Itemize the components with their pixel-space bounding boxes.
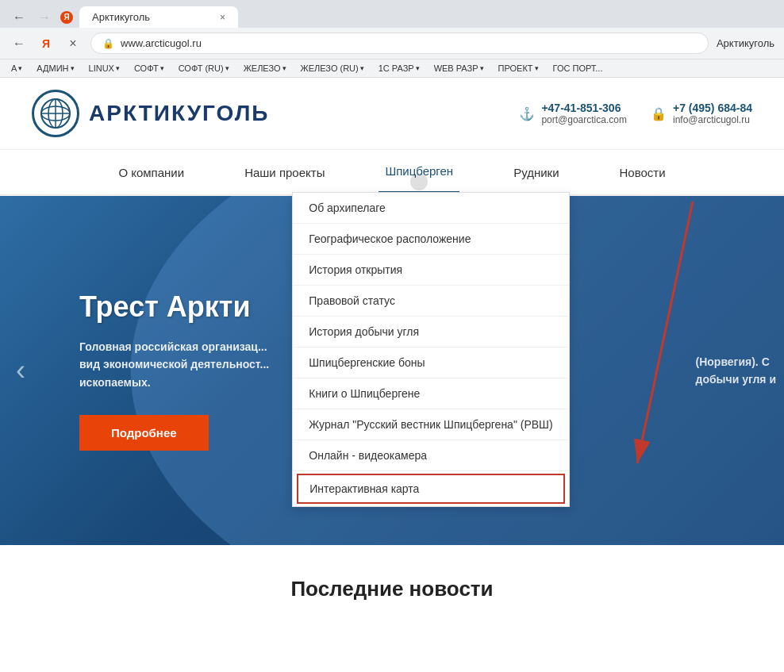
toolbar-label: LINUX [89, 63, 114, 73]
tab-bar: ← → Я Арктикуголь × [0, 0, 784, 28]
nav-label: Наши проекты [244, 166, 325, 179]
nav-item-company[interactable]: О компании [112, 152, 190, 194]
dropdown-item-coal-history[interactable]: История добычи угля [293, 317, 568, 348]
hero-description: Головная российская организац... вид эко… [79, 338, 269, 391]
toolbar-label: ПРОЕКТ [498, 63, 533, 73]
nav-label: О компании [118, 166, 184, 179]
dropdown-item-webcam[interactable]: Онлайн - видеокамера [293, 440, 568, 471]
toolbar-label: ЖЕЛЕЗО [244, 63, 281, 73]
last-news-title: Последние новости [32, 577, 752, 601]
toolbar-item-zhelezo-ru[interactable]: ЖЕЛЕЗО (RU) ▾ [296, 62, 369, 75]
toolbar-label: WEB РАЗР [434, 63, 478, 73]
toolbar-item-linux[interactable]: LINUX ▾ [84, 62, 125, 75]
anchor-icon: ⚓ [519, 106, 535, 121]
dropdown-item-geography[interactable]: Географическое расположение [293, 224, 568, 255]
address-bar: ← Я × 🔒 www.arcticugol.ru Арктикуголь [0, 28, 784, 59]
lock-contact-icon: 🔒 [651, 106, 667, 121]
site-navigation: О компании Наши проекты Шпицберген Об ар… [0, 150, 784, 196]
toolbar-item-gos[interactable]: ГОС ПОРТ... [548, 62, 608, 75]
bookmarks-toolbar: А ▾ АДМИН ▾ LINUX ▾ СОФТ ▾ СОФТ (RU) ▾ Ж… [0, 60, 784, 78]
hero-detail-button[interactable]: Подробнее [79, 415, 209, 451]
logo-area: АРКТИКУГОЛЬ [32, 90, 269, 137]
toolbar-item-1s[interactable]: 1С РАЗР ▾ [374, 62, 425, 75]
hero-right-text: (Норвегия). Сдобычи угля и [696, 353, 785, 389]
phone2[interactable]: +7 (495) 684-84 [673, 102, 752, 114]
email1[interactable]: port@goarctica.com [541, 114, 627, 125]
toolbar-item-soft-ru[interactable]: СОФТ (RU) ▾ [174, 62, 234, 75]
browser-chrome: ← → Я Арктикуголь × ← Я × 🔒 www.arcticug… [0, 0, 784, 60]
nav-favicon: Я [37, 34, 56, 53]
last-news-section: Последние новости [0, 545, 784, 633]
email2[interactable]: info@arcticugol.ru [673, 114, 752, 125]
svalbard-dropdown: Об архипелаге Географическое расположени… [292, 192, 569, 507]
hero-content: Трест Аркти Головная российская организа… [79, 290, 269, 451]
favicon: Я [60, 11, 73, 24]
nav-item-news[interactable]: Новости [613, 152, 672, 194]
browser-tab[interactable]: Арктикуголь × [79, 6, 238, 28]
hero-title: Трест Аркти [79, 290, 269, 324]
dropdown-item-archipelago[interactable]: Об архипелаге [293, 193, 568, 224]
back-button[interactable]: ← [10, 8, 29, 27]
toolbar-item-web[interactable]: WEB РАЗР ▾ [429, 62, 489, 75]
chevron-down-icon: ▾ [360, 64, 364, 72]
nav-item-mines[interactable]: Рудники [507, 152, 565, 194]
dropdown-item-history-open[interactable]: История открытия [293, 255, 568, 286]
phone1[interactable]: +47-41-851-306 [541, 102, 627, 114]
dropdown-item-books[interactable]: Книги о Шпицбергене [293, 378, 568, 409]
toolbar-label: СОФТ (RU) [179, 63, 224, 73]
nav-back-button[interactable]: ← [10, 34, 29, 53]
toolbar-label: ЖЕЛЕЗО (RU) [301, 63, 359, 73]
chevron-down-icon: ▾ [480, 64, 484, 72]
toolbar-item-zhelezo[interactable]: ЖЕЛЕЗО ▾ [239, 62, 291, 75]
chevron-down-icon: ▾ [71, 64, 75, 72]
tab-title: Арктикуголь [92, 11, 150, 23]
nav-label: Рудники [513, 166, 559, 179]
url-text: www.arcticugol.ru [121, 37, 202, 49]
toolbar-item-soft[interactable]: СОФТ ▾ [129, 62, 169, 75]
chevron-down-icon: ▾ [416, 64, 420, 72]
site-header: АРКТИКУГОЛЬ ⚓ +47-41-851-306 port@goarct… [0, 78, 784, 150]
site-logo-text[interactable]: АРКТИКУГОЛЬ [89, 101, 269, 126]
lock-icon: 🔒 [102, 38, 114, 49]
toolbar-label: 1С РАЗР [379, 63, 414, 73]
dropdown-item-journal[interactable]: Журнал "Русский вестник Шпицбергена" (РВ… [293, 409, 568, 440]
dropdown-item-legal[interactable]: Правовой статус [293, 286, 568, 317]
close-tab-button[interactable]: × [63, 34, 83, 53]
toolbar-label: А [11, 63, 17, 73]
nav-label: Новости [620, 166, 666, 179]
toolbar-label: АДМИН [37, 63, 68, 73]
url-input[interactable]: 🔒 www.arcticugol.ru [90, 33, 709, 54]
contact-phone2-item: 🔒 +7 (495) 684-84 info@arcticugol.ru [651, 102, 752, 125]
chevron-down-icon: ▾ [225, 64, 229, 72]
toolbar-item-proekt[interactable]: ПРОЕКТ ▾ [494, 62, 544, 75]
chevron-down-icon: ▾ [116, 64, 120, 72]
toolbar-label: СОФТ [134, 63, 159, 73]
toolbar-item-a[interactable]: А ▾ [6, 62, 27, 75]
nav-label: Шпицберген [385, 164, 453, 178]
contact-phone1-item: ⚓ +47-41-851-306 port@goarctica.com [519, 102, 627, 125]
nav-item-projects[interactable]: Наши проекты [238, 152, 331, 194]
logo-icon [32, 90, 79, 137]
toolbar-item-admin[interactable]: АДМИН ▾ [32, 62, 79, 75]
hero-prev-button[interactable]: ‹ [16, 354, 25, 387]
contact-info: ⚓ +47-41-851-306 port@goarctica.com 🔒 +7… [519, 102, 752, 125]
chevron-down-icon: ▾ [18, 64, 22, 72]
tab-close-button[interactable]: × [220, 12, 225, 23]
dropdown-item-interactive-map[interactable]: Интерактивная карта [297, 474, 564, 504]
toolbar-label: ГОС ПОРТ... [553, 63, 603, 73]
page-title-display: Арктикуголь [717, 37, 774, 49]
chevron-down-icon: ▾ [535, 64, 539, 72]
forward-button[interactable]: → [35, 8, 54, 27]
chevron-down-icon: ▾ [282, 64, 286, 72]
nav-item-svalbard[interactable]: Шпицберген Об архипелаге Географическое … [379, 150, 459, 194]
dropdown-item-bonds[interactable]: Шпицбергенские боны [293, 348, 568, 378]
chevron-down-icon: ▾ [160, 64, 164, 72]
